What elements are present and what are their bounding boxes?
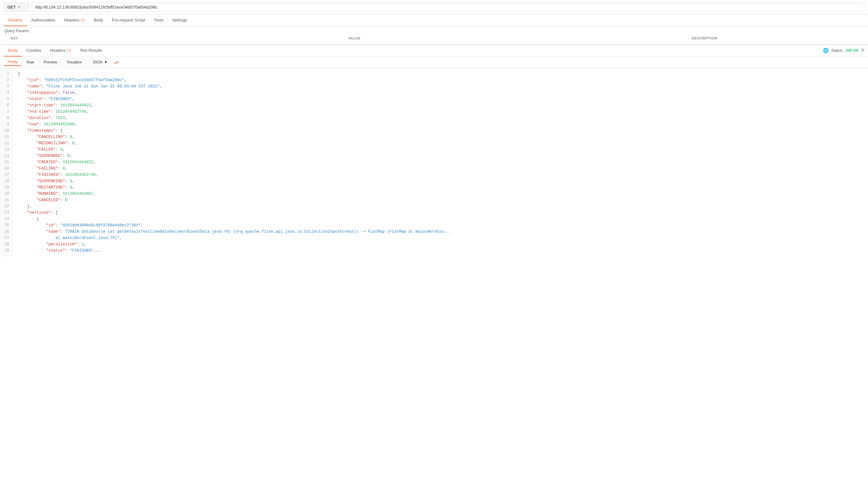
request-tabs: Params Authorization Headers (7) Body Pr… bbox=[0, 14, 868, 26]
line-number: 21 bbox=[0, 197, 12, 203]
json-line: "timestamps": { bbox=[18, 127, 868, 134]
line-number: 24 bbox=[0, 216, 12, 222]
globe-icon: 🌐 bbox=[823, 48, 829, 53]
status-area: 🌐 Status: 200 OK Ti bbox=[823, 48, 864, 53]
pretty-button[interactable]: Pretty bbox=[4, 58, 21, 66]
json-line: { bbox=[18, 216, 868, 222]
line-number: 25 bbox=[0, 222, 12, 229]
visualize-button[interactable]: Visualize bbox=[62, 58, 86, 66]
line-number: 17 bbox=[0, 172, 12, 178]
status-time: Ti bbox=[861, 48, 864, 53]
json-line: { bbox=[18, 71, 868, 77]
format-select[interactable]: JSON ▼ bbox=[90, 58, 111, 66]
line-number: 9 bbox=[0, 121, 12, 127]
params-table-header: KEY VALUE DESCRIPTION bbox=[4, 35, 864, 42]
json-line: "id": "d382db0300b66c90fd706e0d8bc27364"… bbox=[18, 222, 868, 229]
json-line: "SUSPENDING": 0, bbox=[18, 178, 868, 184]
json-line: "RESTARTING": 0, bbox=[18, 184, 868, 191]
json-line: "RUNNING": 1612054444867, bbox=[18, 191, 868, 197]
format-label: JSON bbox=[92, 60, 102, 64]
col-key-header: KEY bbox=[4, 36, 348, 40]
col-desc-header: DESCRIPTION bbox=[692, 36, 864, 40]
resp-tab-test-results[interactable]: Test Results bbox=[75, 45, 107, 57]
resp-tab-headers[interactable]: Headers (7) bbox=[46, 45, 75, 57]
json-line: "parallelism": 1, bbox=[18, 241, 868, 247]
line-number: 27 bbox=[0, 235, 12, 241]
query-params-label: Query Params bbox=[4, 29, 864, 33]
status-label: Status: bbox=[831, 48, 843, 53]
method-selector[interactable]: GET ▼ bbox=[4, 2, 29, 12]
line-number: 26 bbox=[0, 229, 12, 235]
line-number: 4 bbox=[0, 90, 12, 96]
json-line: "jid": "508412fc5df51ece34b57f3af34a208c… bbox=[18, 77, 868, 83]
line-number: 28 bbox=[0, 241, 12, 247]
line-number: 12 bbox=[0, 140, 12, 147]
tab-authorization[interactable]: Authorization bbox=[27, 14, 60, 26]
status-value: 200 OK bbox=[845, 48, 859, 53]
line-number: 15 bbox=[0, 159, 12, 166]
resp-tab-cookies[interactable]: Cookies bbox=[22, 45, 46, 57]
line-number: 10 bbox=[0, 127, 12, 134]
url-bar: GET ▼ bbox=[0, 0, 868, 14]
json-line: "isStoppable": false, bbox=[18, 90, 868, 96]
json-line: "CREATED": 1612054444822, bbox=[18, 159, 868, 166]
json-line: "name": "Flink Java Job at Sun Jan 31 08… bbox=[18, 83, 868, 90]
query-params-section: Query Params KEY VALUE DESCRIPTION bbox=[0, 26, 868, 44]
json-line: "duration": 7924, bbox=[18, 115, 868, 121]
json-line: "SUSPENDED": 0, bbox=[18, 153, 868, 159]
json-line: "name": "CHAIN DataSource (at getDefault… bbox=[18, 229, 868, 235]
json-line: "start-time": 1612054444822, bbox=[18, 102, 868, 109]
line-number: 6 bbox=[0, 102, 12, 109]
line-number: 14 bbox=[0, 153, 12, 159]
tab-settings[interactable]: Settings bbox=[168, 14, 192, 26]
method-label: GET bbox=[7, 5, 16, 9]
line-number: 3 bbox=[0, 83, 12, 90]
line-number: 11 bbox=[0, 134, 12, 140]
json-line: "RECONCILING": 0, bbox=[18, 140, 868, 147]
json-content: { "jid": "508412fc5df51ece34b57f3af34a20… bbox=[12, 68, 868, 257]
resp-tab-body[interactable]: Body bbox=[4, 45, 22, 57]
line-number: 29 bbox=[0, 247, 12, 254]
line-number: 22 bbox=[0, 203, 12, 210]
json-line: "now": 1612054452800, bbox=[18, 121, 868, 127]
line-number: 23 bbox=[0, 210, 12, 216]
col-value-header: VALUE bbox=[348, 36, 692, 40]
tab-body[interactable]: Body bbox=[89, 14, 107, 26]
raw-button[interactable]: Raw bbox=[23, 58, 38, 66]
wrap-icon[interactable]: ⇌ bbox=[114, 59, 118, 65]
line-number: 1 bbox=[0, 71, 12, 77]
json-line: "vertices": [ bbox=[18, 210, 868, 216]
line-number: 20 bbox=[0, 191, 12, 197]
line-number: 18 bbox=[0, 178, 12, 184]
json-line: "CANCELED": 0 bbox=[18, 197, 868, 203]
tab-prerequest[interactable]: Pre-request Script bbox=[107, 14, 150, 26]
json-line: "end-time": 1612054452746, bbox=[18, 109, 868, 115]
line-number: 7 bbox=[0, 109, 12, 115]
json-line: }, bbox=[18, 203, 868, 210]
json-line: "CANCELLING": 0, bbox=[18, 134, 868, 140]
line-number: 16 bbox=[0, 166, 12, 172]
preview-button[interactable]: Preview bbox=[39, 58, 61, 66]
json-line: "state": "FINISHED", bbox=[18, 96, 868, 102]
json-line: at main(WordCount.java:79)", bbox=[18, 235, 868, 241]
format-toolbar: Pretty Raw Preview Visualize JSON ▼ ⇌ bbox=[0, 57, 868, 68]
json-line: "FAILED": 0, bbox=[18, 147, 868, 153]
line-number: 2 bbox=[0, 77, 12, 83]
tab-tests[interactable]: Tests bbox=[149, 14, 167, 26]
params-table: KEY VALUE DESCRIPTION bbox=[4, 35, 864, 42]
line-number: 8 bbox=[0, 115, 12, 121]
tab-headers[interactable]: Headers (7) bbox=[60, 14, 89, 26]
json-line: "status": "FINISHED"... bbox=[18, 247, 868, 254]
line-number: 19 bbox=[0, 184, 12, 191]
tab-params[interactable]: Params bbox=[4, 14, 27, 26]
json-body: 1234567891011121314151617181920212223242… bbox=[0, 68, 868, 257]
method-chevron-icon: ▼ bbox=[18, 5, 21, 9]
response-tabs-bar: Body Cookies Headers (7) Test Results 🌐 … bbox=[0, 45, 868, 57]
format-chevron-icon: ▼ bbox=[104, 60, 107, 64]
line-number: 13 bbox=[0, 147, 12, 153]
json-line: "FAILING": 0, bbox=[18, 166, 868, 172]
line-numbers: 1234567891011121314151617181920212223242… bbox=[0, 68, 12, 257]
json-line: "FINISHED": 1612054452746, bbox=[18, 172, 868, 178]
line-number: 5 bbox=[0, 96, 12, 102]
url-input[interactable] bbox=[32, 2, 864, 12]
